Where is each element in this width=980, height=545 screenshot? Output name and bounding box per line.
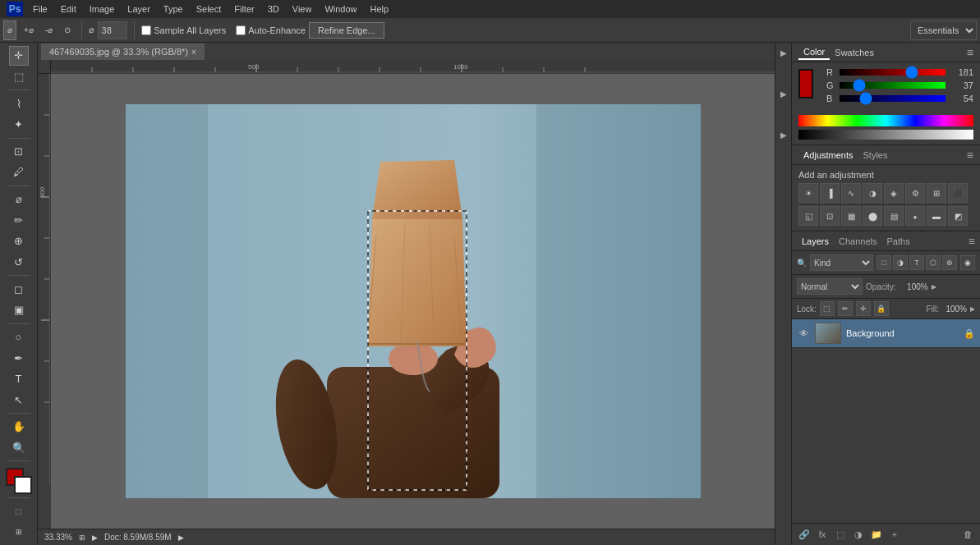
- status-arrow[interactable]: ▶: [178, 534, 184, 542]
- filter-pixel-btn[interactable]: □: [876, 255, 891, 270]
- panel-toggle-3[interactable]: ▶: [777, 128, 790, 141]
- menu-view[interactable]: View: [286, 2, 319, 16]
- path-selection-tool[interactable]: ↖: [9, 391, 29, 410]
- crop-tool[interactable]: ⊡: [9, 142, 29, 162]
- document-tab[interactable]: 467469035.jpg @ 33.3% (RGB/8*) ×: [41, 44, 205, 60]
- background-color[interactable]: [14, 476, 32, 494]
- magic-wand-tool[interactable]: ✦: [9, 115, 29, 135]
- lock-all-btn[interactable]: 🔒: [874, 301, 889, 316]
- selective-color-icon[interactable]: ◩: [948, 206, 968, 226]
- menu-window[interactable]: Window: [318, 2, 363, 16]
- marquee-tool[interactable]: ⬚: [9, 67, 29, 87]
- add-selection-btn[interactable]: +⌀: [20, 21, 38, 40]
- eyedropper-tool[interactable]: 🖊: [9, 163, 29, 182]
- eraser-tool[interactable]: ◻: [9, 279, 29, 299]
- lock-position-btn[interactable]: ✛: [856, 301, 871, 316]
- quick-mask-mode[interactable]: ⬚: [9, 501, 29, 521]
- brightness-bar[interactable]: [798, 130, 973, 140]
- refine-edge-button[interactable]: Refine Edge...: [309, 22, 384, 39]
- color-preview-swatch[interactable]: [798, 69, 813, 98]
- curves-icon[interactable]: ∿: [841, 183, 861, 203]
- brightness-contrast-icon[interactable]: ☀: [798, 183, 818, 203]
- delete-layer-btn[interactable]: 🗑: [960, 527, 975, 542]
- lock-transparency-btn[interactable]: ⬚: [820, 301, 835, 316]
- photo-filter-icon[interactable]: ◱: [798, 206, 818, 226]
- color-panel-options[interactable]: ≡: [967, 46, 973, 59]
- threshold-icon[interactable]: ⬥: [905, 206, 925, 226]
- layer-item-background[interactable]: 👁 Background 🔒: [792, 319, 980, 348]
- history-brush-tool[interactable]: ↺: [9, 253, 29, 272]
- menu-file[interactable]: File: [26, 2, 54, 16]
- channels-tab[interactable]: Channels: [834, 235, 881, 248]
- canvas-content[interactable]: [51, 74, 775, 529]
- color-balance-icon[interactable]: ⊞: [927, 183, 946, 203]
- channel-mixer-icon[interactable]: ⊡: [820, 206, 840, 226]
- layer-kind-select[interactable]: Kind: [810, 254, 873, 271]
- panel-toggle-1[interactable]: ▶: [777, 46, 790, 59]
- bw-icon[interactable]: ⬛: [948, 183, 968, 203]
- type-tool[interactable]: T: [9, 369, 29, 389]
- layer-filter-toggle[interactable]: ◉: [960, 255, 975, 270]
- move-tool[interactable]: ✛: [9, 46, 29, 66]
- pen-tool[interactable]: ✒: [9, 348, 29, 368]
- color-lookup-icon[interactable]: ▦: [841, 206, 861, 226]
- vibrance-icon[interactable]: ◈: [884, 183, 904, 203]
- filter-smart-btn[interactable]: ⊛: [942, 255, 957, 270]
- menu-image[interactable]: Image: [83, 2, 122, 16]
- green-slider[interactable]: [840, 82, 945, 89]
- new-group-btn[interactable]: 📁: [869, 527, 884, 542]
- brush-size-input[interactable]: [98, 21, 127, 39]
- tab-close-btn[interactable]: ×: [191, 48, 196, 57]
- fill-value[interactable]: 100%: [942, 305, 967, 314]
- filter-adjustment-btn[interactable]: ◑: [893, 255, 908, 270]
- menu-filter[interactable]: Filter: [228, 2, 260, 16]
- paths-tab[interactable]: Paths: [882, 235, 915, 248]
- lock-pixels-btn[interactable]: ✏: [838, 301, 853, 316]
- filter-shape-btn[interactable]: ⬡: [926, 255, 941, 270]
- new-fill-layer-btn[interactable]: ◑: [851, 527, 866, 542]
- dodge-tool[interactable]: ○: [9, 327, 29, 347]
- workspace-select[interactable]: Essentials: [910, 21, 977, 40]
- screen-mode[interactable]: ⊞: [9, 523, 29, 543]
- blend-mode-select[interactable]: Normal: [797, 278, 863, 295]
- opacity-value[interactable]: 100%: [899, 282, 928, 291]
- swatches-tab[interactable]: Swatches: [830, 46, 879, 59]
- new-layer-btn[interactable]: +: [887, 527, 902, 542]
- exposure-icon[interactable]: ◑: [863, 183, 882, 203]
- auto-enhance-checkbox[interactable]: [236, 25, 246, 35]
- gradient-tool[interactable]: ▣: [9, 300, 29, 320]
- menu-type[interactable]: Type: [157, 2, 190, 16]
- hsl-icon[interactable]: ⚙: [905, 183, 925, 203]
- red-slider[interactable]: [840, 69, 945, 76]
- lasso-tool[interactable]: ⌇: [9, 94, 29, 113]
- refine-selection-btn[interactable]: ⊙: [60, 21, 75, 40]
- invert-icon[interactable]: ⬤: [863, 206, 882, 226]
- menu-edit[interactable]: Edit: [54, 2, 83, 16]
- menu-help[interactable]: Help: [364, 2, 396, 16]
- menu-select[interactable]: Select: [190, 2, 228, 16]
- layer-visibility-eye[interactable]: 👁: [797, 327, 810, 340]
- layer-link-btn[interactable]: 🔗: [797, 527, 812, 542]
- styles-tab[interactable]: Styles: [858, 149, 893, 162]
- zoom-tool[interactable]: 🔍: [9, 438, 29, 458]
- color-tab[interactable]: Color: [798, 45, 830, 60]
- panel-toggle-2[interactable]: ▶: [777, 87, 790, 100]
- gradient-map-icon[interactable]: ▬: [927, 206, 946, 226]
- adjustments-tab[interactable]: Adjustments: [798, 149, 858, 162]
- filter-type-btn[interactable]: T: [909, 255, 924, 270]
- levels-icon[interactable]: ▐: [820, 183, 840, 203]
- menu-layer[interactable]: Layer: [121, 2, 157, 16]
- menu-3d[interactable]: 3D: [261, 2, 286, 16]
- sample-all-layers-checkbox[interactable]: [141, 25, 151, 35]
- posterize-icon[interactable]: ▤: [884, 206, 904, 226]
- clone-stamp-tool[interactable]: ⊕: [9, 231, 29, 251]
- spot-healing-tool[interactable]: ⌀: [9, 190, 29, 209]
- blue-slider[interactable]: [840, 95, 945, 102]
- layer-mask-btn[interactable]: ⬚: [833, 527, 848, 542]
- subtract-selection-btn[interactable]: -⌀: [41, 21, 57, 40]
- layers-panel-options[interactable]: ≡: [968, 235, 975, 248]
- quick-selection-tool-btn[interactable]: ⌀: [3, 21, 16, 40]
- brush-tool[interactable]: ✏: [9, 210, 29, 230]
- hand-tool[interactable]: ✋: [9, 417, 29, 437]
- layer-style-btn[interactable]: fx: [815, 527, 830, 542]
